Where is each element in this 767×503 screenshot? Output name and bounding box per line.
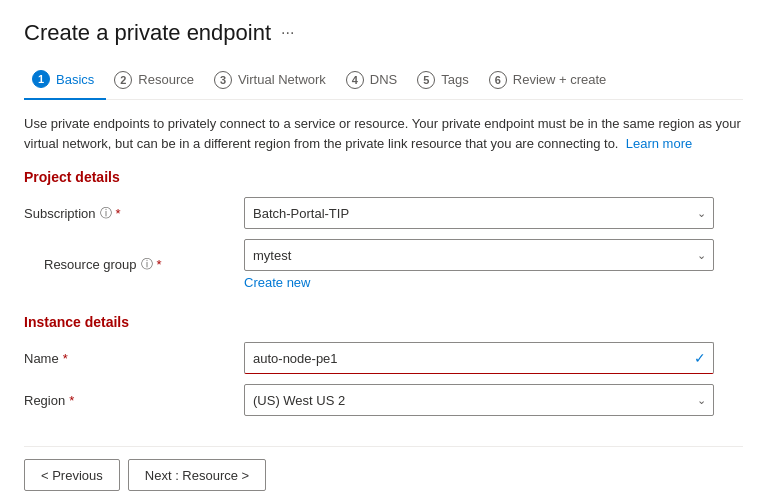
previous-button[interactable]: < Previous (24, 459, 120, 491)
step-basics[interactable]: 1 Basics (24, 62, 106, 100)
create-new-link[interactable]: Create new (244, 275, 714, 290)
page-description: Use private endpoints to privately conne… (24, 114, 743, 153)
subscription-control: Batch-Portal-TIP ⌄ (244, 197, 714, 229)
name-input[interactable] (244, 342, 714, 374)
step-tags[interactable]: 5 Tags (409, 63, 480, 99)
step-virtual-network[interactable]: 3 Virtual Network (206, 63, 338, 99)
resource-group-control: mytest ⌄ Create new (244, 239, 714, 290)
step-circle-3: 3 (214, 71, 232, 89)
step-circle-6: 6 (489, 71, 507, 89)
ellipsis-icon[interactable]: ··· (281, 24, 294, 42)
resource-group-label: Resource group ⓘ (24, 256, 244, 273)
footer: < Previous Next : Resource > (24, 446, 743, 503)
step-review-create[interactable]: 6 Review + create (481, 63, 619, 99)
name-row: Name ✓ (24, 342, 743, 374)
instance-details-section: Instance details Name ✓ Region (US) W (24, 314, 743, 426)
subscription-row: Subscription ⓘ Batch-Portal-TIP ⌄ (24, 197, 743, 229)
region-dropdown[interactable]: (US) West US 2 (244, 384, 714, 416)
step-label-dns: DNS (370, 72, 397, 87)
step-label-tags: Tags (441, 72, 468, 87)
step-label-basics: Basics (56, 72, 94, 87)
step-label-review-create: Review + create (513, 72, 607, 87)
subscription-dropdown[interactable]: Batch-Portal-TIP (244, 197, 714, 229)
resource-group-row: Resource group ⓘ mytest ⌄ Create new (24, 239, 743, 290)
resource-group-info-icon[interactable]: ⓘ (141, 256, 153, 273)
subscription-label: Subscription ⓘ (24, 205, 244, 222)
name-control: ✓ (244, 342, 714, 374)
step-circle-5: 5 (417, 71, 435, 89)
step-resource[interactable]: 2 Resource (106, 63, 206, 99)
step-label-virtual-network: Virtual Network (238, 72, 326, 87)
project-details-section: Project details Subscription ⓘ Batch-Por… (24, 169, 743, 300)
name-check-icon: ✓ (694, 350, 706, 366)
next-button[interactable]: Next : Resource > (128, 459, 266, 491)
instance-details-heading: Instance details (24, 314, 743, 330)
region-control: (US) West US 2 ⌄ (244, 384, 714, 416)
region-label: Region (24, 393, 244, 408)
step-circle-1: 1 (32, 70, 50, 88)
resource-group-dropdown[interactable]: mytest (244, 239, 714, 271)
learn-more-link[interactable]: Learn more (626, 136, 692, 151)
step-label-resource: Resource (138, 72, 194, 87)
region-row: Region (US) West US 2 ⌄ (24, 384, 743, 416)
wizard-steps: 1 Basics 2 Resource 3 Virtual Network 4 … (24, 62, 743, 100)
step-dns[interactable]: 4 DNS (338, 63, 409, 99)
name-label: Name (24, 351, 244, 366)
step-circle-2: 2 (114, 71, 132, 89)
project-details-heading: Project details (24, 169, 743, 185)
step-circle-4: 4 (346, 71, 364, 89)
page-title: Create a private endpoint (24, 20, 271, 46)
subscription-info-icon[interactable]: ⓘ (100, 205, 112, 222)
